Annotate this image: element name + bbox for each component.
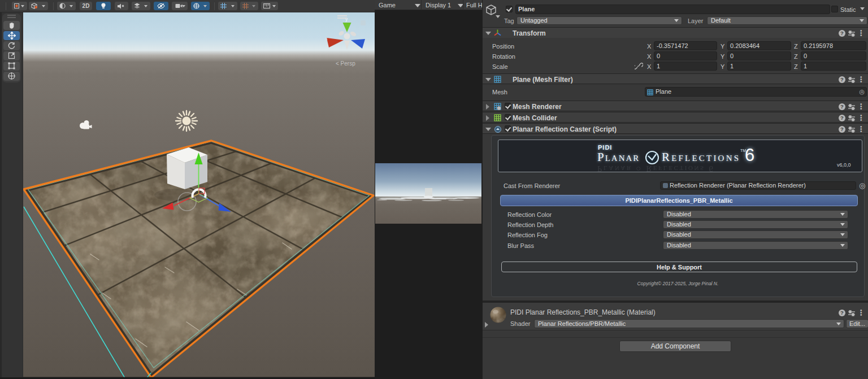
svg-text:x: x: [326, 36, 328, 41]
svg-text:y: y: [345, 16, 348, 22]
svg-text:< Persp: < Persp: [336, 60, 355, 67]
